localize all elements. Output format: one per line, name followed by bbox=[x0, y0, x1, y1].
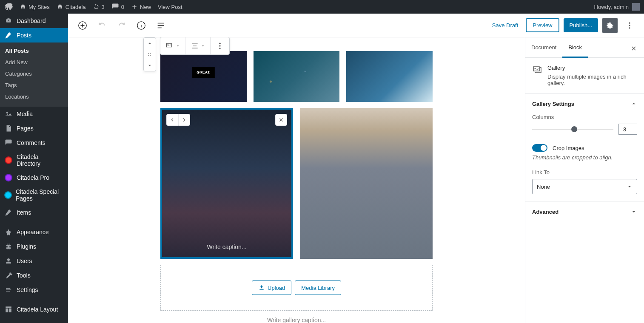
move-down-button[interactable] bbox=[144, 60, 156, 71]
sidebar-item-pages[interactable]: Pages bbox=[0, 121, 68, 136]
sidebar-item-dashboard[interactable]: Dashboard bbox=[0, 14, 68, 28]
sidebar-item-appearance[interactable]: Appearance bbox=[0, 225, 68, 239]
sidebar-sub-addnew[interactable]: Add New bbox=[0, 57, 68, 68]
admin-toolbar: My Sites Citadela 3 0 New View Post Howd… bbox=[0, 0, 644, 14]
upload-button[interactable]: Upload bbox=[252, 280, 291, 295]
sidebar-item-citadela-pro[interactable]: Citadela Pro bbox=[0, 170, 68, 185]
undo-button[interactable] bbox=[94, 18, 110, 33]
editor-canvas[interactable]: Write caption... Upload Media Library Wr… bbox=[68, 37, 525, 323]
sidebar-item-citadela-special-pages[interactable]: Citadela Special Pages bbox=[0, 185, 68, 205]
settings-toggle-button[interactable] bbox=[602, 18, 618, 33]
avatar bbox=[632, 3, 640, 11]
crop-images-toggle[interactable] bbox=[532, 144, 547, 152]
user-menu[interactable]: Howdy, admin bbox=[594, 3, 640, 11]
sidebar-item-citadela-directory[interactable]: Citadela Directory bbox=[0, 150, 68, 170]
image-remove-button[interactable] bbox=[275, 114, 287, 126]
svg-point-12 bbox=[219, 48, 220, 49]
gallery-upload-area: Upload Media Library bbox=[160, 265, 433, 311]
gallery-image-3[interactable] bbox=[346, 51, 433, 102]
image-caption-input[interactable]: Write caption... bbox=[162, 244, 291, 250]
more-options-button[interactable] bbox=[622, 18, 637, 33]
sidebar-sub-locations[interactable]: Locations bbox=[0, 91, 68, 102]
block-description-label: Display multiple images in a rich galler… bbox=[547, 74, 637, 86]
gallery-icon bbox=[532, 65, 542, 75]
viewpost-link[interactable]: View Post bbox=[158, 4, 182, 10]
sidebar-item-tools[interactable]: Tools bbox=[0, 268, 68, 283]
drag-handle[interactable] bbox=[144, 49, 156, 60]
block-mover bbox=[143, 37, 156, 71]
updates-link[interactable]: 3 bbox=[93, 3, 105, 10]
sidebar-item-items[interactable]: Items bbox=[0, 205, 68, 220]
media-library-button[interactable]: Media Library bbox=[295, 280, 341, 295]
gallery-image-2[interactable] bbox=[254, 51, 340, 102]
mysites-link[interactable]: My Sites bbox=[20, 3, 50, 10]
sidebar-item-settings[interactable]: Settings bbox=[0, 283, 68, 297]
advanced-header[interactable]: Advanced bbox=[525, 201, 644, 222]
sidebar-item-users[interactable]: Users bbox=[0, 254, 68, 268]
comments-link[interactable]: 0 bbox=[111, 3, 124, 11]
linkto-select[interactable]: None bbox=[532, 179, 637, 194]
block-more-button[interactable] bbox=[210, 37, 229, 54]
tab-block[interactable]: Block bbox=[562, 37, 588, 57]
svg-point-5 bbox=[148, 53, 149, 54]
sidebar-item-posts[interactable]: Posts bbox=[0, 28, 68, 42]
image-move-left-button[interactable] bbox=[166, 114, 178, 126]
columns-input[interactable] bbox=[618, 124, 637, 135]
gallery-image-4-selected[interactable]: Write caption... bbox=[160, 108, 293, 259]
info-button[interactable] bbox=[134, 18, 149, 33]
crop-help-text: Thumbnails are cropped to align. bbox=[532, 154, 637, 161]
citadela-directory-icon bbox=[5, 156, 12, 164]
tab-document[interactable]: Document bbox=[525, 37, 562, 57]
new-link[interactable]: New bbox=[131, 3, 151, 10]
sidebar-item-comments[interactable]: Comments bbox=[0, 136, 68, 150]
redo-button[interactable] bbox=[114, 18, 129, 33]
image-move-right-button[interactable] bbox=[178, 114, 190, 126]
sidebar-sub-tags[interactable]: Tags bbox=[0, 79, 68, 91]
sidebar-item-media[interactable]: Media bbox=[0, 107, 68, 121]
svg-point-4 bbox=[629, 27, 630, 28]
svg-point-6 bbox=[150, 53, 151, 54]
gallery-image-5[interactable] bbox=[300, 108, 433, 259]
gallery-image-1[interactable] bbox=[160, 51, 247, 102]
svg-point-2 bbox=[629, 22, 630, 23]
gallery-settings-header[interactable]: Gallery Settings bbox=[525, 94, 644, 114]
gallery-block[interactable]: Write caption... Upload Media Library Wr… bbox=[160, 37, 433, 323]
editor-header: Save Draft Preview Publish... bbox=[68, 14, 644, 37]
citadela-sp-icon bbox=[4, 191, 12, 199]
columns-slider[interactable] bbox=[532, 129, 613, 130]
publish-button[interactable]: Publish... bbox=[564, 18, 598, 32]
block-inspector: Document Block Gallery Display multiple … bbox=[525, 37, 644, 323]
close-inspector-button[interactable] bbox=[628, 42, 640, 56]
crop-images-label: Crop Images bbox=[553, 145, 584, 151]
align-button[interactable] bbox=[185, 37, 210, 54]
linkto-label: Link To bbox=[532, 169, 637, 176]
svg-point-3 bbox=[629, 25, 630, 26]
sidebar-item-citadela-layout[interactable]: Citadela Layout bbox=[0, 302, 68, 317]
svg-point-11 bbox=[219, 45, 220, 46]
block-toolbar bbox=[160, 37, 230, 55]
svg-point-7 bbox=[148, 55, 149, 56]
outline-button[interactable] bbox=[153, 18, 168, 33]
add-block-button[interactable] bbox=[75, 18, 90, 33]
move-up-button[interactable] bbox=[144, 38, 156, 49]
svg-point-10 bbox=[219, 43, 220, 44]
preview-button[interactable]: Preview bbox=[526, 18, 559, 32]
block-name-label: Gallery bbox=[547, 65, 637, 71]
admin-sidebar: Dashboard Posts All Posts Add New Catego… bbox=[0, 14, 68, 323]
sidebar-sub-categories[interactable]: Categories bbox=[0, 68, 68, 79]
wordpress-logo[interactable] bbox=[4, 3, 13, 11]
sidebar-sub-allposts[interactable]: All Posts bbox=[0, 45, 68, 57]
block-type-button[interactable] bbox=[160, 37, 185, 54]
sidebar-item-plugins[interactable]: Plugins bbox=[0, 239, 68, 254]
citadela-pro-icon bbox=[5, 174, 12, 181]
svg-point-8 bbox=[150, 55, 151, 56]
gallery-caption-input[interactable]: Write gallery caption... bbox=[160, 311, 433, 323]
save-draft-button[interactable]: Save Draft bbox=[489, 19, 521, 32]
site-link[interactable]: Citadela bbox=[57, 3, 86, 10]
columns-label: Columns bbox=[532, 114, 637, 120]
